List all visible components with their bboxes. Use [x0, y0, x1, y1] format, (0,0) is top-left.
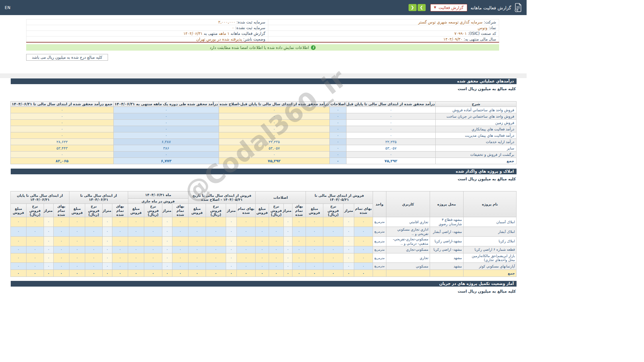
revenue-row: درآمد فعالیت هاي پیمان مدیریت۰۰۰۰۰ — [11, 132, 517, 139]
column-header: بهای تمام شده — [112, 204, 128, 217]
value-cell: ۰ — [44, 253, 53, 263]
report-page: گزارش فعالیت ماهانه گزارش فعالیت ▼ ❯ ❮ E… — [0, 0, 527, 295]
value-cell: ۰ — [354, 227, 373, 237]
value-cell: ۰ — [144, 263, 162, 270]
value-cell: ۰ — [236, 270, 255, 277]
row-label: فروش واحد هاي ساختماني در جریان ساخت — [436, 113, 517, 120]
project-location-cell: مشهد-اراضي زکریا — [430, 236, 464, 246]
info-value: ۱ ماهه — [219, 31, 229, 36]
value-cell: ۰ — [102, 246, 112, 253]
value-cell: ۰ — [255, 227, 269, 237]
project-location-cell: مشهد — [430, 263, 464, 270]
project-location-cell: مشهد-قطاع ۳ شارستان رضوی — [430, 217, 464, 227]
info-cell: گزارش فعالیت ماهانه ۱ ماهه منتهی به ۱۴۰۴… — [26, 31, 268, 37]
value-cell: ۰ — [162, 270, 172, 277]
value-cell: ۰ — [354, 236, 373, 246]
info-label: شرکت: — [484, 20, 496, 24]
value-cell: ۰ — [69, 263, 85, 270]
project-usage-cell: تجاري — [386, 253, 430, 263]
value-cell: ۰ — [283, 227, 292, 237]
value-cell: ۰ — [144, 246, 162, 253]
project-name-cell: آپارتمانهاي مسکوني کوثر — [464, 263, 517, 270]
value-cell: ۰ — [188, 217, 206, 227]
row-label: درآمد فعالیت هاي پیمان مدیریت — [436, 132, 517, 139]
value-cell: ۰ — [306, 263, 323, 270]
value-cell: ۰ — [255, 253, 269, 263]
value-cell: ۰ — [69, 246, 85, 253]
value-cell: ۰ — [11, 152, 114, 158]
header-row: نام پروژهمحل پروژهکاربريواحدفروش از ابتد… — [10, 191, 516, 199]
language-toggle[interactable]: EN — [5, 5, 11, 10]
value-cell: ۶,۷۷۳ — [114, 158, 219, 164]
value-cell: ۰ — [10, 246, 26, 253]
value-cell: ۰ — [226, 246, 236, 253]
value-cell: ۰ — [44, 270, 53, 277]
info-label: نماد: — [489, 25, 496, 30]
project-row: قطعه شماره ۶ اراضي زکریامشهد- اراضي زکری… — [10, 246, 516, 253]
section-title-progress: آمار وضعيت تکميل پروژه هاي در جریان — [11, 281, 517, 287]
info-value: سرمایه گذاري توسعه شهري توس گستر — [418, 20, 483, 24]
column-header: مبلغ فروش — [128, 204, 144, 217]
group-header: فروش از ابتدای سال مالی تا تاریخ ۱۴۰۴/۰۵… — [188, 191, 255, 204]
value-cell: ۰ — [44, 246, 53, 253]
report-type-dropdown[interactable]: گزارش فعالیت ▼ — [430, 4, 467, 11]
value-cell: ۰ — [85, 253, 102, 263]
value-cell: ۰ — [69, 270, 85, 277]
value-cell: ۰ — [306, 227, 323, 237]
value-cell: ۰ — [114, 107, 219, 113]
value-cell: ۰ — [188, 253, 206, 263]
value-cell: ۰ — [102, 270, 112, 277]
column-header: مبلغ فروش — [306, 204, 323, 217]
column-header: نام پروژه — [464, 191, 517, 217]
value-cell: ۰ — [206, 263, 226, 270]
section-title-text: املاک و پروژه هاي واگذار شده — [456, 169, 514, 174]
value-cell: ۰ — [188, 227, 206, 237]
column-header: مبلغ فروش — [255, 204, 269, 217]
column-header: اصلاحات — [330, 102, 346, 107]
group-header: فروش از ابتدای سال مالی تا ۱۴۰۴/۰۵/۳۱ — [306, 191, 373, 204]
value-cell: ۰ — [102, 263, 112, 270]
project-unit-cell: مترمربع — [373, 227, 386, 237]
value-cell: ۰ — [85, 217, 102, 227]
row-label: جمع — [436, 158, 517, 164]
value-cell: ۰ — [26, 217, 44, 227]
column-header: نرخ فروش (ریال) — [26, 204, 44, 217]
value-cell: ۰ — [11, 120, 114, 126]
chevron-down-icon: ▼ — [434, 6, 436, 9]
value-cell: ۰ — [292, 217, 306, 227]
project-location-cell — [430, 270, 464, 277]
value-cell: ۰ — [206, 253, 226, 263]
page-title: گزارش فعالیت ماهانه — [471, 5, 511, 10]
project-name-cell: قطعه شماره ۶ اراضي زکریا — [464, 246, 517, 253]
value-cell: ۰ — [128, 227, 144, 237]
column-header: بهای تمام شده — [354, 204, 373, 217]
value-cell: ۰ — [292, 246, 306, 253]
project-name-cell: بازار ابریشم(حق مالکانه/زمین محل واحدهاي… — [464, 253, 517, 263]
value-cell: ۰ — [162, 263, 172, 270]
column-header: بهای تمام شده — [172, 204, 188, 217]
value-cell: ۰ — [269, 253, 283, 263]
value-cell: ۰ — [236, 227, 255, 237]
column-header: متراژ — [44, 204, 53, 217]
value-cell: ۰ — [114, 120, 219, 126]
row-label: درآمد ارایه خدمات — [436, 139, 517, 145]
value-cell: ۰ — [219, 152, 330, 158]
column-header: واحد — [373, 191, 386, 217]
value-cell: ۰ — [292, 263, 306, 270]
next-report-button[interactable]: ❯ — [418, 4, 426, 11]
group-header: اصلاحات — [255, 191, 306, 204]
column-header: متراژ — [226, 204, 236, 217]
value-cell: ۰ — [354, 217, 373, 227]
info-label: سرمایه ثبت نشده: — [235, 25, 265, 30]
value-cell: ۰ — [26, 253, 44, 263]
value-cell: ۰ — [306, 253, 323, 263]
revenue-row: جمع۷۵,۲۹۲۰۷۵,۲۹۲۶,۷۷۳۸۲,۰۶۵ — [11, 158, 517, 164]
value-cell: ۰ — [53, 236, 69, 246]
prev-report-button[interactable]: ❮ — [409, 4, 417, 11]
info-value: ۲,۰۰۰,۰۰۰ — [218, 20, 235, 24]
value-cell: ۰ — [112, 246, 128, 253]
value-cell: ۲۸,۶۲۲ — [11, 139, 114, 145]
value-cell: ۰ — [44, 217, 53, 227]
value-cell: ۰ — [69, 217, 85, 227]
value-cell: ۰ — [10, 253, 26, 263]
